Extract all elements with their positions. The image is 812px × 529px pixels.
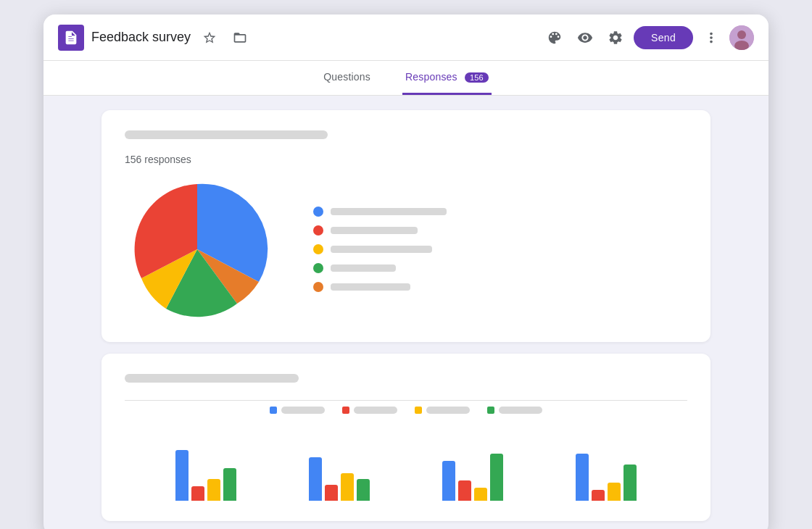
legend-dot-red bbox=[313, 225, 323, 236]
header-right: Send bbox=[542, 25, 754, 50]
palette-button[interactable] bbox=[542, 25, 567, 50]
more-button[interactable] bbox=[699, 25, 724, 50]
pie-svg bbox=[125, 177, 270, 322]
responses-badge: 156 bbox=[465, 72, 489, 83]
bar-2-blue bbox=[309, 457, 322, 501]
legend-item-red bbox=[313, 225, 687, 236]
legend-bar-1 bbox=[331, 208, 447, 215]
bar-4-yellow bbox=[608, 483, 621, 501]
pie-section bbox=[125, 177, 687, 322]
legend-bar-5 bbox=[331, 283, 410, 291]
legend-bar-4 bbox=[331, 264, 396, 272]
bar-legend-label-4 bbox=[499, 407, 542, 414]
svg-point-1 bbox=[737, 30, 746, 39]
legend-item-green bbox=[313, 263, 687, 273]
avatar[interactable] bbox=[729, 25, 754, 50]
bar-legend-label-3 bbox=[426, 407, 470, 414]
bar-group-4 bbox=[576, 454, 637, 501]
bar-group-1 bbox=[175, 450, 236, 501]
legend-item-blue bbox=[313, 207, 687, 217]
settings-button[interactable] bbox=[603, 25, 628, 50]
form-svg-icon bbox=[63, 30, 79, 46]
bar-4-red bbox=[592, 490, 605, 501]
bar-4-blue bbox=[576, 454, 589, 501]
bar-chart-area bbox=[125, 428, 687, 501]
legend-item-yellow bbox=[313, 244, 687, 254]
bar-legend-item-yellow bbox=[415, 407, 470, 414]
bar-1-green bbox=[223, 468, 236, 501]
bar-3-yellow bbox=[474, 488, 487, 501]
bar-divider bbox=[125, 400, 687, 401]
legend-dot-orange bbox=[313, 282, 323, 292]
bar-card-title-skeleton bbox=[125, 374, 299, 383]
legend-item-orange bbox=[313, 282, 687, 292]
tab-questions[interactable]: Questions bbox=[320, 61, 373, 95]
send-button[interactable]: Send bbox=[634, 26, 693, 49]
response-count: 156 responses bbox=[125, 154, 687, 165]
bar-1-blue bbox=[175, 450, 188, 501]
legend-dot-blue bbox=[313, 207, 323, 217]
bar-legend-item-red bbox=[342, 407, 397, 414]
bar-legend-dot-green bbox=[487, 407, 494, 414]
pie-chart bbox=[125, 177, 270, 322]
bar-3-red bbox=[458, 480, 471, 501]
bar-2-green bbox=[357, 479, 370, 501]
legend-dot-green bbox=[313, 263, 323, 273]
legend-dot-yellow bbox=[313, 244, 323, 254]
preview-button[interactable] bbox=[573, 25, 597, 50]
bar-legend-dot-yellow bbox=[415, 407, 422, 414]
header: Feedback survey Send bbox=[44, 14, 768, 61]
content-area: 156 responses bbox=[44, 96, 768, 529]
bar-legend-item-blue bbox=[270, 407, 325, 414]
bar-2-yellow bbox=[341, 473, 354, 501]
bar-legend-item-green bbox=[487, 407, 542, 414]
app-window: Feedback survey Send bbox=[44, 14, 768, 529]
bar-1-red bbox=[191, 486, 204, 501]
bar-3-green bbox=[490, 454, 503, 501]
folder-button[interactable] bbox=[228, 26, 252, 49]
legend-bar-2 bbox=[331, 227, 418, 234]
bar-3-blue bbox=[442, 461, 455, 501]
pie-chart-card: 156 responses bbox=[102, 110, 710, 342]
page-title: Feedback survey bbox=[91, 30, 191, 45]
bar-legend bbox=[125, 407, 687, 414]
tabs-bar: Questions Responses 156 bbox=[44, 61, 768, 96]
bar-chart-card bbox=[102, 354, 710, 521]
bar-2-red bbox=[325, 485, 338, 501]
card-title-skeleton bbox=[125, 130, 328, 139]
bar-group-3 bbox=[442, 454, 503, 501]
bar-4-green bbox=[624, 465, 637, 501]
legend-bar-3 bbox=[331, 246, 432, 253]
bar-legend-label-1 bbox=[281, 407, 325, 414]
tab-responses[interactable]: Responses 156 bbox=[402, 61, 492, 95]
bar-legend-dot-red bbox=[342, 407, 349, 414]
pie-legend bbox=[299, 207, 687, 292]
form-icon bbox=[58, 25, 84, 51]
bar-legend-dot-blue bbox=[270, 407, 277, 414]
bar-1-yellow bbox=[207, 479, 220, 501]
header-left: Feedback survey bbox=[58, 25, 542, 51]
bar-group-2 bbox=[309, 457, 370, 501]
star-button[interactable] bbox=[198, 26, 221, 49]
bar-legend-label-2 bbox=[354, 407, 397, 414]
